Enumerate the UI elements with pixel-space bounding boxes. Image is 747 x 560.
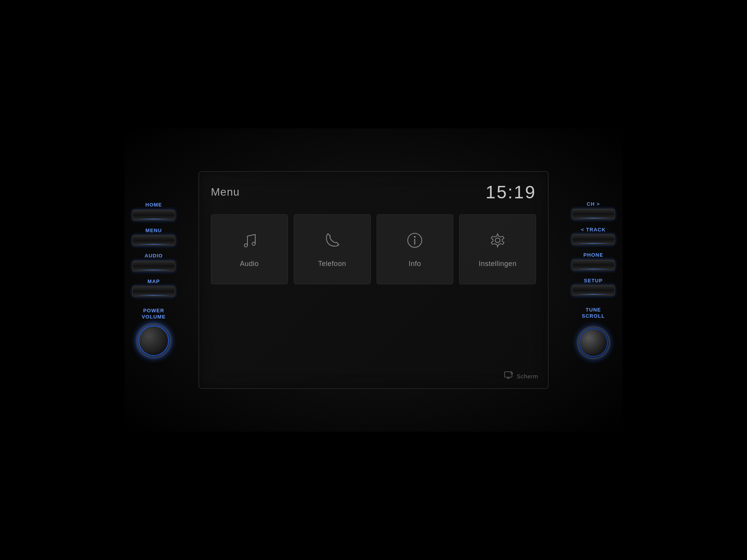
home-button[interactable] [132, 210, 175, 220]
infotainment-screen: Menu 15:19 Audio [198, 171, 549, 389]
home-button-group: HOME [132, 202, 175, 220]
menu-item-info[interactable]: Info [377, 214, 454, 284]
audio-button-label: AUDIO [145, 253, 163, 259]
menu-item-telefoon[interactable]: Telefoon [294, 214, 371, 284]
info-icon [405, 231, 424, 253]
menu-grid: Audio Telefoon [211, 214, 536, 284]
tune-scroll-label: TUNE SCROLL [582, 307, 605, 319]
screen-title: Menu [211, 186, 240, 198]
car-infotainment-unit: HOME MENU AUDIO MAP POWER VOLUME Menu 15… [124, 128, 622, 432]
ch-button-group: CH > [572, 201, 615, 220]
setup-button-group: SETUP [572, 278, 615, 296]
left-panel: HOME MENU AUDIO MAP POWER VOLUME [132, 202, 175, 358]
screen-time: 15:19 [486, 182, 536, 203]
setup-button[interactable] [572, 285, 615, 296]
instellingen-label: Instellingen [479, 260, 517, 268]
scherm-label[interactable]: Scherm [517, 373, 538, 380]
ch-button-label: CH > [587, 201, 600, 207]
menu-button[interactable] [132, 235, 175, 246]
svg-point-0 [244, 244, 247, 247]
menu-item-audio[interactable]: Audio [211, 214, 288, 284]
menu-button-label: MENU [146, 228, 162, 234]
svg-point-1 [252, 242, 255, 245]
tune-scroll-group: TUNE SCROLL [577, 307, 610, 359]
svg-point-4 [414, 236, 416, 238]
gear-icon [488, 231, 507, 253]
menu-item-instellingen[interactable]: Instellingen [459, 214, 536, 284]
power-volume-group: POWER VOLUME [136, 308, 171, 358]
power-volume-label: POWER VOLUME [142, 308, 166, 320]
audio-button[interactable] [132, 261, 175, 271]
ch-button[interactable] [572, 208, 615, 219]
track-button[interactable] [572, 234, 615, 245]
track-button-group: < TRACK [572, 226, 615, 245]
music-icon [240, 231, 259, 253]
map-button-label: MAP [147, 278, 160, 285]
map-button[interactable] [132, 286, 175, 297]
phone-button[interactable] [572, 260, 615, 271]
phone-icon [323, 231, 342, 253]
screen-header: Menu 15:19 [211, 182, 536, 203]
info-label: Info [409, 260, 421, 268]
phone-button-label: PHONE [583, 252, 603, 258]
screen-display-icon [504, 371, 514, 381]
track-button-label: < TRACK [581, 226, 606, 233]
home-button-label: HOME [146, 202, 162, 208]
audio-label: Audio [240, 260, 259, 268]
menu-button-group: MENU [132, 228, 175, 246]
telefoon-label: Telefoon [318, 260, 346, 268]
right-panel: CH > < TRACK PHONE SETUP TUNE SCROLL [572, 201, 615, 359]
setup-button-label: SETUP [584, 278, 603, 284]
tune-scroll-knob[interactable] [577, 326, 610, 359]
audio-button-group: AUDIO [132, 253, 175, 271]
power-volume-knob[interactable] [136, 323, 171, 358]
svg-point-5 [495, 238, 500, 243]
screen-footer: Scherm [504, 371, 538, 381]
map-button-group: MAP [132, 278, 175, 297]
phone-button-group: PHONE [572, 252, 615, 271]
